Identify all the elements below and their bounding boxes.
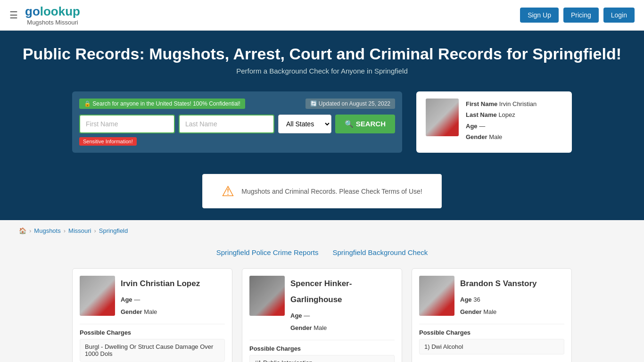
person-gender-2: Gender Male: [290, 322, 395, 334]
featured-person-card: First Name Irvin Christian Last Name Lop…: [416, 91, 572, 153]
age-label: Age: [466, 123, 478, 130]
logo-sub: Mugshots Missouri: [25, 19, 80, 26]
person-card-top-3: Brandon S Vanstory Age 36 Gender Male: [419, 276, 564, 318]
search-section: 🔒 Search for anyone in the United States…: [0, 87, 644, 167]
site-header: ☰ golookup Mugshots Missouri Sign Up Pri…: [0, 0, 644, 31]
first-name-value: Irvin Christian: [499, 100, 537, 107]
person-info-2: Spencer Hinker-Garlinghouse Age — Gender…: [290, 276, 395, 334]
person-card-2: Spencer Hinker-Garlinghouse Age — Gender…: [242, 268, 402, 362]
breadcrumb: 🏠 › Mugshots › Missouri › Springfield: [19, 227, 625, 234]
search-button[interactable]: 🔍 SEARCH: [335, 115, 395, 133]
person-age-2: Age —: [290, 310, 395, 322]
last-name-label: Last Name: [466, 111, 497, 118]
charges-label-3: Possible Charges: [419, 329, 564, 336]
featured-gender: Gender Male: [466, 132, 537, 142]
gender-value: Male: [489, 133, 502, 140]
breadcrumb-sep-1: ›: [29, 227, 31, 234]
person-card-3: Brandon S Vanstory Age 36 Gender Male Po…: [412, 268, 572, 362]
breadcrumb-mugshots[interactable]: Mugshots: [34, 227, 60, 234]
first-name-label: First Name: [466, 100, 497, 107]
person-gender-1: Gender Male: [121, 306, 200, 318]
last-name-value: Lopez: [498, 111, 515, 118]
gender-label: Gender: [466, 133, 487, 140]
cards-section: Irvin Christian Lopez Age — Gender Male …: [0, 263, 644, 362]
page-title: Public Records: Mugshots, Arrest, Court …: [9, 45, 635, 63]
charge-item-2: #1 Public Intoxication: [249, 355, 395, 362]
person-card-top-2: Spencer Hinker-Garlinghouse Age — Gender…: [249, 276, 395, 334]
signup-button[interactable]: Sign Up: [520, 8, 559, 23]
person-avatar-3: [419, 276, 454, 316]
breadcrumb-sep-3: ›: [94, 227, 96, 234]
charge-item-3: 1) Dwi Alcohol: [419, 339, 564, 354]
police-reports-link[interactable]: Springfield Police Crime Reports: [216, 248, 319, 256]
logo-go: go: [25, 4, 40, 18]
person-name-1: Irvin Christian Lopez: [121, 276, 200, 292]
charge-item-1: Burgl - Dwelling Or Struct Cause Damage …: [80, 339, 225, 362]
state-select[interactable]: All States Missouri Alabama Alaska Arizo…: [278, 115, 331, 133]
search-inputs: All States Missouri Alabama Alaska Arizo…: [79, 115, 395, 133]
last-name-input[interactable]: [179, 115, 274, 133]
featured-avatar: [426, 99, 459, 136]
charges-label-2: Possible Charges: [249, 345, 395, 352]
person-name-3: Brandon S Vanstory: [460, 276, 537, 292]
search-box: 🔒 Search for anyone in the United States…: [72, 91, 402, 153]
login-button[interactable]: Login: [603, 8, 635, 23]
warning-bar: ⚠ Mugshots and Criminal Records. Please …: [202, 174, 441, 208]
person-age-1: Age —: [121, 294, 200, 306]
charges-section-1: Possible Charges Burgl - Dwelling Or Str…: [80, 324, 225, 362]
featured-person-info: First Name Irvin Christian Last Name Lop…: [466, 99, 537, 143]
person-age-3: Age 36: [460, 294, 537, 306]
person-gender-3: Gender Male: [460, 306, 537, 318]
warning-icon: ⚠: [222, 183, 234, 199]
confidential-badge: 🔒 Search for anyone in the United States…: [79, 99, 245, 109]
pricing-button[interactable]: Pricing: [563, 8, 599, 23]
person-card-1: Irvin Christian Lopez Age — Gender Male …: [72, 268, 232, 362]
logo: golookup Mugshots Missouri: [25, 4, 80, 26]
search-info-bar: 🔒 Search for anyone in the United States…: [79, 99, 395, 109]
header-left: ☰ golookup Mugshots Missouri: [9, 4, 80, 26]
featured-first-name: First Name Irvin Christian: [466, 99, 537, 109]
breadcrumb-section: 🏠 › Mugshots › Missouri › Springfield: [0, 220, 644, 241]
person-card-top-1: Irvin Christian Lopez Age — Gender Male: [80, 276, 225, 318]
charges-label-1: Possible Charges: [80, 329, 225, 336]
logo-lookup: lookup: [40, 4, 80, 18]
links-row: Springfield Police Crime Reports Springf…: [0, 241, 644, 263]
home-link[interactable]: 🏠: [19, 227, 26, 234]
header-right: Sign Up Pricing Login: [520, 8, 635, 23]
charges-section-3: Possible Charges 1) Dwi Alcohol: [419, 324, 564, 354]
first-name-input[interactable]: [79, 115, 175, 133]
age-value: —: [479, 123, 485, 130]
breadcrumb-sep-2: ›: [64, 227, 66, 234]
sensitive-badge: Sensitive Information!: [79, 137, 137, 146]
updated-badge: 🔄 Updated on August 25, 2022: [305, 99, 395, 109]
person-avatar-2: [249, 276, 285, 316]
person-info-1: Irvin Christian Lopez Age — Gender Male: [121, 276, 200, 318]
charges-section-2: Possible Charges #1 Public Intoxication: [249, 340, 395, 362]
hero-subtitle: Perform a Background Check for Anyone in…: [9, 67, 635, 75]
person-avatar-1: [80, 276, 115, 316]
person-info-3: Brandon S Vanstory Age 36 Gender Male: [460, 276, 537, 318]
featured-age: Age —: [466, 121, 537, 132]
hamburger-menu[interactable]: ☰: [9, 9, 18, 21]
breadcrumb-springfield[interactable]: Springfield: [99, 227, 128, 234]
background-check-link[interactable]: Springfield Background Check: [332, 248, 428, 256]
hero-section: Public Records: Mugshots, Arrest, Court …: [0, 31, 644, 87]
logo-brand: golookup: [25, 4, 80, 19]
warning-text: Mugshots and Criminal Records. Please Ch…: [241, 188, 422, 195]
person-name-2: Spencer Hinker-Garlinghouse: [290, 276, 395, 308]
breadcrumb-missouri[interactable]: Missouri: [68, 227, 91, 234]
featured-last-name: Last Name Lopez: [466, 109, 537, 120]
